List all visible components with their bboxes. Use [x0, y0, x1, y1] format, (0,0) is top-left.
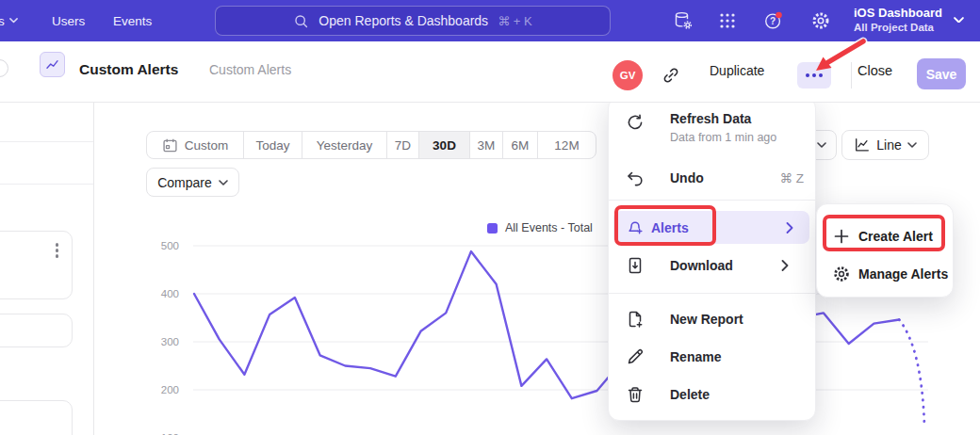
- menu-divider: [609, 200, 817, 201]
- nav-item-label: s: [0, 14, 5, 28]
- chevron-down-icon: [907, 142, 917, 148]
- nav-item-truncated[interactable]: s: [0, 0, 18, 41]
- project-switcher[interactable]: iOS Dashboard All Project Data: [854, 5, 964, 35]
- menu-divider: [609, 293, 817, 294]
- pencil-icon: [626, 347, 645, 366]
- nav-item-users[interactable]: Users: [52, 0, 85, 41]
- line-chart-icon: [854, 137, 871, 153]
- report-header: Custom Alerts Custom Alerts GV Duplicate…: [0, 41, 980, 103]
- search-placeholder: Open Reports & Dashboards: [318, 13, 488, 28]
- chevron-right-icon: [786, 222, 793, 234]
- kebab-menu-icon[interactable]: [56, 243, 59, 258]
- copy-link-icon[interactable]: [662, 66, 680, 85]
- submenu-item-manage-alerts[interactable]: Manage Alerts: [832, 260, 943, 288]
- date-range-label: 3M: [478, 138, 496, 153]
- apps-grid-icon[interactable]: [717, 10, 738, 31]
- date-range-3m[interactable]: 3M: [470, 132, 503, 158]
- submenu-item-create-alert[interactable]: Create Alert: [832, 222, 943, 250]
- chevron-down-icon: [219, 180, 228, 185]
- trash-icon: [626, 385, 645, 404]
- menu-item-new-report[interactable]: New Report: [626, 305, 804, 333]
- date-range-custom[interactable]: Custom: [147, 132, 244, 158]
- metric-card[interactable]: [0, 314, 73, 347]
- more-options-menu: Refresh Data Data from 1 min ago Undo ⌘ …: [608, 97, 816, 421]
- submenu-item-label: Create Alert: [858, 229, 933, 244]
- panel-divider: [0, 184, 93, 185]
- help-icon[interactable]: ?: [763, 10, 784, 31]
- svg-text:500: 500: [161, 240, 179, 251]
- metric-card[interactable]: [0, 400, 73, 435]
- data-management-icon[interactable]: [673, 10, 694, 31]
- date-range-control: Custom Today Yesterday 7D 30D 3M 6M 12M: [146, 131, 596, 159]
- download-icon: [626, 256, 645, 275]
- date-range-6m[interactable]: 6M: [503, 132, 538, 158]
- date-range-label: 30D: [433, 138, 456, 153]
- page: 500400300200100 All Events - Total Custo…: [0, 0, 980, 435]
- refresh-icon: [626, 113, 645, 132]
- menu-item-rename[interactable]: Rename: [626, 343, 804, 371]
- close-button[interactable]: Close: [858, 63, 892, 78]
- new-report-icon: [626, 310, 645, 329]
- more-options-button[interactable]: [797, 62, 831, 89]
- chart-type-label: Line: [876, 137, 901, 153]
- duplicate-button[interactable]: Duplicate: [710, 63, 764, 78]
- settings-gear-icon[interactable]: [810, 10, 831, 31]
- panel-divider: [0, 141, 93, 142]
- date-range-label: Today: [255, 138, 289, 153]
- nav-item-label: Users: [52, 14, 85, 28]
- menu-item-undo[interactable]: Undo ⌘ Z: [626, 164, 804, 192]
- calendar-icon: [162, 137, 178, 153]
- date-range-label: Custom: [185, 138, 229, 153]
- nav-item-events[interactable]: Events: [113, 0, 152, 41]
- menu-item-label: New Report: [670, 312, 743, 327]
- metric-card[interactable]: [0, 231, 73, 299]
- nav-item-label: Events: [113, 14, 152, 28]
- chevron-right-icon: [781, 260, 789, 271]
- svg-text:400: 400: [161, 288, 179, 299]
- menu-item-sublabel: Data from 1 min ago: [670, 131, 776, 144]
- project-scope: All Project Data: [854, 21, 942, 35]
- date-range-today[interactable]: Today: [244, 132, 302, 158]
- menu-item-label: Delete: [670, 387, 710, 402]
- avatar[interactable]: GV: [612, 60, 643, 90]
- date-range-label: 6M: [512, 138, 530, 153]
- date-range-label: 12M: [554, 138, 579, 153]
- menu-item-download[interactable]: Download: [626, 251, 804, 280]
- date-range-yesterday[interactable]: Yesterday: [302, 132, 387, 158]
- legend-swatch: [487, 223, 498, 234]
- chevron-down-icon: [817, 142, 826, 148]
- date-range-label: Yesterday: [317, 138, 373, 153]
- query-builder-panel: [0, 103, 94, 435]
- menu-item-alerts[interactable]: Alerts: [613, 211, 809, 244]
- top-navbar: s Users Events Open Reports & Dashboards…: [0, 0, 980, 41]
- submenu-item-label: Manage Alerts: [858, 266, 948, 282]
- global-search-input[interactable]: Open Reports & Dashboards ⌘ + K: [215, 6, 611, 36]
- date-range-12m[interactable]: 12M: [538, 132, 596, 158]
- search-icon: [293, 13, 309, 29]
- gear-icon: [832, 265, 851, 283]
- menu-item-label: Alerts: [651, 220, 689, 235]
- menu-item-shortcut: ⌘ Z: [780, 170, 805, 185]
- page-title: Custom Alerts: [79, 61, 178, 78]
- svg-text:200: 200: [161, 384, 179, 395]
- alerts-submenu: Create Alert Manage Alerts: [816, 203, 954, 298]
- save-button[interactable]: Save: [917, 58, 966, 89]
- compare-label: Compare: [157, 175, 212, 190]
- menu-item-label: Rename: [670, 349, 721, 364]
- breadcrumb: Custom Alerts: [209, 62, 291, 77]
- report-type-icon: [40, 52, 65, 77]
- menu-item-label: Refresh Data: [670, 111, 751, 126]
- chart-legend: All Events - Total: [487, 221, 593, 234]
- menu-item-refresh-data[interactable]: Refresh Data Data from 1 min ago: [626, 111, 804, 153]
- chevron-down-icon: [954, 17, 964, 24]
- date-range-7d[interactable]: 7D: [387, 132, 419, 158]
- undo-icon: [626, 169, 645, 187]
- svg-text:300: 300: [161, 336, 179, 347]
- collapse-control-cutoff[interactable]: [0, 59, 8, 77]
- menu-item-delete[interactable]: Delete: [626, 380, 804, 409]
- compare-button[interactable]: Compare: [146, 168, 239, 197]
- chart-type-button[interactable]: Line: [841, 130, 929, 160]
- header-divider: [851, 62, 852, 89]
- date-range-30d[interactable]: 30D: [419, 132, 470, 158]
- svg-text:?: ?: [770, 16, 776, 26]
